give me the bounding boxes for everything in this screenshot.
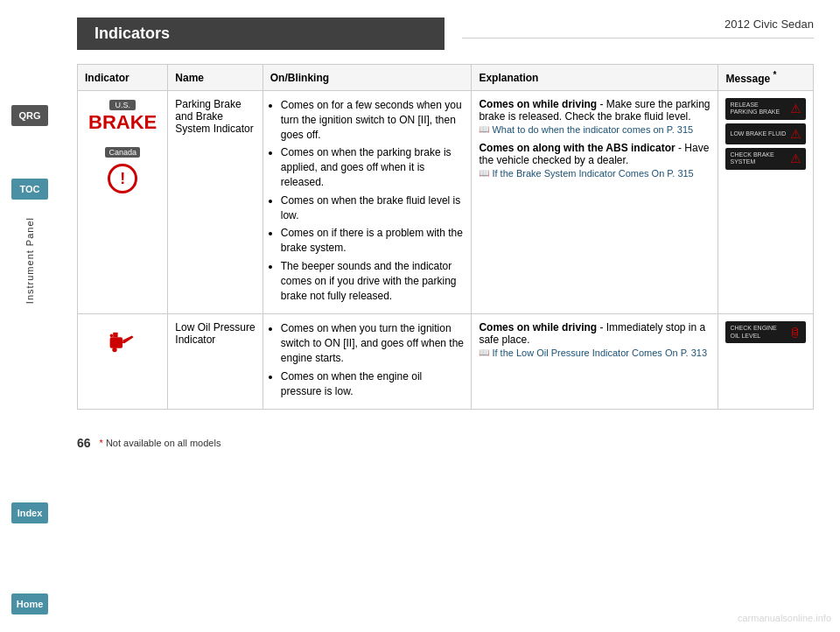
page-title: Indicators xyxy=(77,18,444,50)
row2-onblinking-cell: Comes on when you turn the ignition swit… xyxy=(262,314,472,410)
exp-bold: Comes on along with the ABS indicator xyxy=(479,142,675,154)
oil-indicator-cell xyxy=(78,314,168,410)
row1-explanation-cell: Comes on while driving - Make sure the p… xyxy=(472,91,718,314)
svg-point-1 xyxy=(110,334,114,338)
qrg-button[interactable]: QRG xyxy=(11,105,48,126)
table-header-row: Indicator Name On/Blinking Explanation M… xyxy=(78,65,814,91)
footnote: * Not available on all models xyxy=(100,438,221,448)
msg-img-text: CHECK BRAKE SYSTEM xyxy=(730,151,787,166)
exp-bold: Comes on while driving xyxy=(479,321,597,334)
row2-message-cell: CHECK ENGINE OIL LEVEL 🛢 xyxy=(718,314,814,410)
col-header-message: Message * xyxy=(718,65,814,91)
col-header-indicator: Indicator xyxy=(78,65,168,91)
exp-link-2[interactable]: 📖 If the Brake System Indicator Comes On… xyxy=(479,168,710,179)
index-button[interactable]: Index xyxy=(11,502,48,523)
exp-block-1: Comes on while driving - Make sure the p… xyxy=(479,98,710,135)
row1-bullet-list: Comes on for a few seconds when you turn… xyxy=(270,98,465,303)
msg-img-icon: ⚠ xyxy=(790,127,802,141)
row1-name: Parking Brake and Brake System Indicator xyxy=(175,98,253,135)
message-images-2: CHECK ENGINE OIL LEVEL 🛢 xyxy=(725,321,806,343)
link-text: If the Low Oil Pressure Indicator Comes … xyxy=(492,348,707,358)
book-icon: 📖 xyxy=(479,168,489,178)
svg-rect-0 xyxy=(110,338,122,349)
canada-badge: Canada xyxy=(105,147,140,158)
col-header-name: Name xyxy=(168,65,262,91)
us-badge: U.S. xyxy=(109,100,136,110)
row1-message-cell: RELEASE PARKING BRAKE ⚠ LOW BRAKE FLUID … xyxy=(718,91,814,314)
table-row: Low Oil Pressure Indicator Comes on when… xyxy=(78,314,814,410)
msg-img-text: LOW BRAKE FLUID xyxy=(730,130,787,137)
page-footer: 66 * Not available on all models xyxy=(77,436,814,450)
list-item: The beeper sounds and the indicator come… xyxy=(281,259,465,303)
exp-link-1[interactable]: 📖 What to do when the indicator comes on… xyxy=(479,124,710,135)
section-label: Instrument Panel xyxy=(24,217,35,304)
svg-point-2 xyxy=(112,348,116,352)
page-number: 66 xyxy=(77,436,91,450)
msg-img-icon: ⚠ xyxy=(790,102,802,116)
msg-img-icon: 🛢 xyxy=(789,326,802,340)
sidebar: QRG TOC Instrument Panel Index Home xyxy=(0,0,60,632)
car-model: 2012 Civic Sedan xyxy=(724,18,814,31)
row2-name: Low Oil Pressure Indicator xyxy=(175,321,255,346)
col-header-explanation: Explanation xyxy=(472,65,718,91)
exp-block-2: Comes on along with the ABS indicator - … xyxy=(479,142,710,179)
exp-block-3: Comes on while driving - Immediately sto… xyxy=(479,321,710,358)
book-icon: 📖 xyxy=(479,124,489,134)
oil-pressure-icon xyxy=(105,321,140,356)
msg-img-1: RELEASE PARKING BRAKE ⚠ xyxy=(725,98,806,120)
link-text: If the Brake System Indicator Comes On P… xyxy=(492,168,693,179)
row2-explanation-cell: Comes on while driving - Immediately sto… xyxy=(472,314,718,410)
footnote-star: * xyxy=(100,438,103,448)
header-line xyxy=(462,38,814,39)
list-item: Comes on for a few seconds when you turn… xyxy=(281,98,465,142)
main-content: Indicators 2012 Civic Sedan Indicator Na… xyxy=(60,0,840,476)
exp-bold: Comes on while driving xyxy=(479,98,597,110)
home-button[interactable]: Home xyxy=(11,593,48,614)
list-item: Comes on when the engine oil pressure is… xyxy=(281,369,465,399)
msg-img-3: CHECK BRAKE SYSTEM ⚠ xyxy=(725,148,806,170)
row2-bullet-list: Comes on when you turn the ignition swit… xyxy=(270,321,465,398)
book-icon: 📖 xyxy=(479,348,489,357)
page-header: Indicators 2012 Civic Sedan xyxy=(77,18,814,50)
table-row: U.S. BRAKE Canada ! Parking Brake and Br… xyxy=(78,91,814,314)
footnote-text: Not available on all models xyxy=(106,438,220,448)
exclamation-circle-icon: ! xyxy=(108,164,137,193)
row2-name-cell: Low Oil Pressure Indicator xyxy=(168,314,262,410)
list-item: Comes on when you turn the ignition swit… xyxy=(281,321,465,365)
msg-img-text: CHECK ENGINE OIL LEVEL xyxy=(730,325,786,340)
indicators-table: Indicator Name On/Blinking Explanation M… xyxy=(77,64,814,410)
brake-indicator-cell: U.S. BRAKE Canada ! xyxy=(78,91,168,314)
exp-link-3[interactable]: 📖 If the Low Oil Pressure Indicator Come… xyxy=(479,348,710,358)
msg-img-4: CHECK ENGINE OIL LEVEL 🛢 xyxy=(725,321,806,343)
msg-img-2: LOW BRAKE FLUID ⚠ xyxy=(725,123,806,144)
message-images: RELEASE PARKING BRAKE ⚠ LOW BRAKE FLUID … xyxy=(725,98,806,170)
brake-text: BRAKE xyxy=(85,113,160,132)
list-item: Comes on when the brake fluid level is l… xyxy=(281,193,465,223)
list-item: Comes on when the parking brake is appli… xyxy=(281,145,465,189)
row1-name-cell: Parking Brake and Brake System Indicator xyxy=(168,91,262,314)
watermark: carmanualsonline.info xyxy=(738,613,831,623)
list-item: Comes on if there is a problem with the … xyxy=(281,226,465,256)
link-text: What to do when the indicator comes on P… xyxy=(492,124,693,135)
header-right: 2012 Civic Sedan xyxy=(444,18,814,39)
toc-button[interactable]: TOC xyxy=(11,179,48,200)
row1-onblinking-cell: Comes on for a few seconds when you turn… xyxy=(262,91,472,314)
msg-img-text: RELEASE PARKING BRAKE xyxy=(730,102,787,116)
col-header-onblinking: On/Blinking xyxy=(262,65,472,91)
msg-img-icon: ⚠ xyxy=(790,151,802,165)
